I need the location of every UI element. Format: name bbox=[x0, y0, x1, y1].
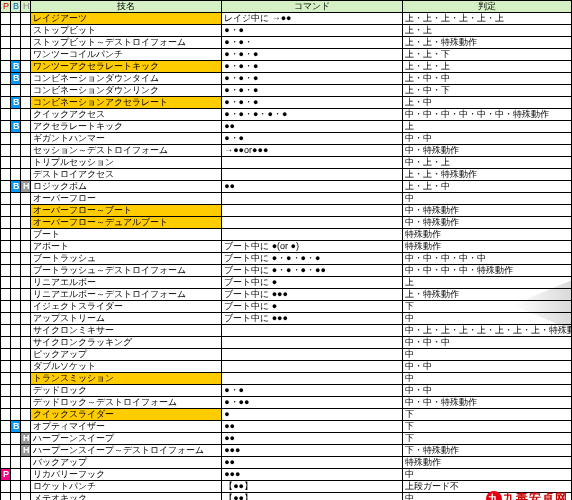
cell: リニアエルボー bbox=[31, 277, 222, 289]
cell: ロケットパンチ bbox=[31, 481, 222, 493]
table-row: リニアエルボーブート中に ●上 bbox=[1, 277, 572, 289]
cell: 中 bbox=[403, 493, 572, 501]
cell: クイックスライダー bbox=[31, 409, 222, 421]
cell: ブート bbox=[31, 229, 222, 241]
cell bbox=[21, 61, 31, 73]
cell bbox=[222, 157, 403, 169]
table-row: リニアエルボー～デストロイフォームブート中に ●●●上・特殊動作 bbox=[1, 289, 572, 301]
cell: ワンツーコイルパンチ bbox=[31, 49, 222, 61]
cell bbox=[11, 157, 21, 169]
cell: ワンツーアクセラレートキック bbox=[31, 61, 222, 73]
cell: 中・中 bbox=[403, 361, 572, 373]
cell: ブート中に ●・●・●・●● bbox=[222, 265, 403, 277]
cell: B bbox=[11, 421, 21, 433]
cell bbox=[11, 349, 21, 361]
cell bbox=[21, 145, 31, 157]
cell bbox=[1, 181, 11, 193]
cell: レイジ中に →●● bbox=[222, 13, 403, 25]
cell: 下 bbox=[403, 409, 572, 421]
table-row: ストップビット～デストロイフォーム●・●・上・上・特殊動作 bbox=[1, 37, 572, 49]
cell bbox=[11, 37, 21, 49]
cell bbox=[11, 205, 21, 217]
cell: ●・● bbox=[222, 385, 403, 397]
table-row: アップストリームブート中に ●●●中 bbox=[1, 313, 572, 325]
table-row: オーバーフロー～デュアルブート中・特殊動作 bbox=[1, 217, 572, 229]
cell bbox=[21, 349, 31, 361]
cell: H bbox=[21, 445, 31, 457]
cell: サイクロンクラッキング bbox=[31, 337, 222, 349]
cell: ●・●・● bbox=[222, 97, 403, 109]
cell: 下 bbox=[403, 421, 572, 433]
cell bbox=[1, 397, 11, 409]
cell bbox=[1, 409, 11, 421]
cell: ● bbox=[222, 409, 403, 421]
cell: 上・中・中 bbox=[403, 73, 572, 85]
cell: クイックアクセス bbox=[31, 109, 222, 121]
cell bbox=[1, 145, 11, 157]
cell: 中・中・中 bbox=[403, 337, 572, 349]
cell bbox=[11, 325, 21, 337]
cell bbox=[1, 193, 11, 205]
cell bbox=[1, 37, 11, 49]
cell: 上段ガード不 bbox=[403, 481, 572, 493]
cell bbox=[1, 385, 11, 397]
header-name: 技名 bbox=[31, 1, 222, 13]
cell bbox=[1, 361, 11, 373]
cell: トリプルセッション bbox=[31, 157, 222, 169]
cell: 中・中・特殊動作 bbox=[403, 397, 572, 409]
cell bbox=[21, 13, 31, 25]
cell bbox=[1, 313, 11, 325]
cell: B bbox=[11, 121, 21, 133]
cell: アクセラレートキック bbox=[31, 121, 222, 133]
header-b: B bbox=[11, 1, 21, 13]
cell: ●・●・● bbox=[222, 49, 403, 61]
cell: 下・特殊動作 bbox=[403, 445, 572, 457]
cell: 上・上・上 bbox=[403, 61, 572, 73]
cell: B bbox=[11, 97, 21, 109]
cell: ブート中に ● bbox=[222, 277, 403, 289]
cell bbox=[11, 13, 21, 25]
cell bbox=[1, 421, 11, 433]
cell bbox=[11, 409, 21, 421]
cell bbox=[21, 133, 31, 145]
cell bbox=[21, 37, 31, 49]
cell bbox=[21, 493, 31, 501]
table-row: レイジアーツレイジ中に →●●上・上・上・上・上・上 bbox=[1, 13, 572, 25]
table-row: Bコンビネーションアクセラレート●・●・●上・中 bbox=[1, 97, 572, 109]
cell: デッドロック bbox=[31, 385, 222, 397]
header-p: P bbox=[1, 1, 11, 13]
table-row: Pリカバリーフック●●●中 bbox=[1, 469, 572, 481]
table-row: ワンツーコイルパンチ●・●・●上・上・下 bbox=[1, 49, 572, 61]
cell bbox=[11, 169, 21, 181]
table-row: Bワンツーアクセラレートキック●・●・●上・上・上 bbox=[1, 61, 572, 73]
cell: ブート中に ●●● bbox=[222, 313, 403, 325]
cell bbox=[21, 241, 31, 253]
cell: 中 bbox=[403, 193, 572, 205]
table-row: ロケットパンチ【●●】上段ガード不 bbox=[1, 481, 572, 493]
cell: 中 bbox=[403, 313, 572, 325]
cell: リニアエルボー～デストロイフォーム bbox=[31, 289, 222, 301]
cell bbox=[222, 229, 403, 241]
table-row: アボートブート中に ●(or ●)特殊動作 bbox=[1, 241, 572, 253]
cell bbox=[11, 445, 21, 457]
cell: ストップビット～デストロイフォーム bbox=[31, 37, 222, 49]
cell bbox=[222, 361, 403, 373]
cell: ●・●・ bbox=[222, 37, 403, 49]
cell: コンビネーションダウンタイム bbox=[31, 73, 222, 85]
cell: オーバーフロー～ブート bbox=[31, 205, 222, 217]
cell: 上・中・下 bbox=[403, 85, 572, 97]
cell: 中 bbox=[403, 349, 572, 361]
cell bbox=[1, 25, 11, 37]
cell bbox=[222, 349, 403, 361]
cell: ブート中に ●・●・●・● bbox=[222, 253, 403, 265]
header-hit: 判定 bbox=[403, 1, 572, 13]
cell: 特殊動作 bbox=[403, 241, 572, 253]
cell: ●・●● bbox=[222, 397, 403, 409]
cell bbox=[11, 493, 21, 501]
cell: ピックアップ bbox=[31, 349, 222, 361]
cell: ロジックボム bbox=[31, 181, 222, 193]
cell: ハープーンスイープ bbox=[31, 433, 222, 445]
header-cmd: コマンド bbox=[222, 1, 403, 13]
cell: ●● bbox=[222, 457, 403, 469]
cell bbox=[11, 193, 21, 205]
